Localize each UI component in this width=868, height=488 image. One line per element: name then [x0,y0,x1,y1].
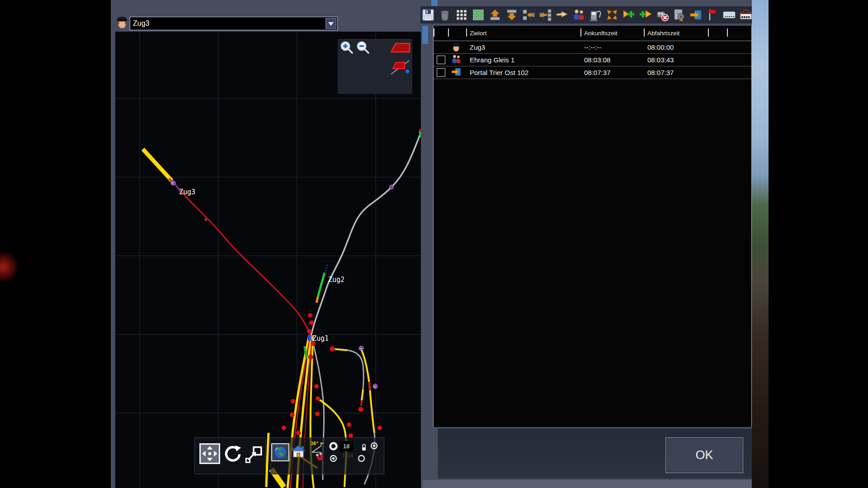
train-selector-value: Zug3 [130,19,326,28]
fit-view-button[interactable] [244,445,263,464]
ok-button-label: OK [695,448,713,462]
track-map[interactable]: P [115,32,421,488]
pointing-hand-icon[interactable] [555,8,569,22]
grid-view-icon[interactable] [455,8,468,22]
radio-option-a[interactable] [329,441,338,451]
insert-right-icon[interactable] [538,8,552,22]
cell-abfahrtszeit: 08:03:43 [644,56,708,64]
background-signal-glow [0,251,19,283]
passengers-icon [451,54,462,65]
header-ankunftszeit[interactable]: Ankunftszeit [580,26,644,41]
svg-text:n: n [374,385,376,389]
pan-mode-button[interactable] [199,443,220,464]
refuel-icon[interactable] [589,8,602,22]
train-selector-dropdown[interactable]: Zug3 [130,17,338,30]
flag-icon[interactable] [706,8,719,22]
cell-abfahrtszeit: 08:07:37 [644,69,708,76]
main-toolbar [420,6,752,23]
cell-zielort: Portal Trier Ost 102 [466,69,580,76]
train-symbol-icon[interactable] [389,40,411,55]
portal-arrow-icon [451,66,462,77]
cell-zielort: Zug3 [466,43,580,51]
zoom-value-box[interactable]: 18 [340,441,353,451]
ok-button[interactable]: OK [665,437,743,473]
lock-icon[interactable] [359,442,369,453]
screen: Zug3 [0,0,868,488]
passengers-icon[interactable] [572,8,585,22]
window-accent-top [431,0,438,6]
collapse-arrows-icon[interactable] [605,8,619,22]
driver-avatar-icon [116,14,128,29]
cell-ankunftszeit: 08:03:08 [580,56,644,64]
save-icon[interactable] [421,8,435,22]
portal-icon[interactable] [689,8,703,22]
window-bottom-edge [423,480,764,488]
cell-abfahrtszeit: 08:00:00 [644,43,708,51]
shift-right-icon[interactable] [522,8,535,22]
train-path-symbol-icon[interactable] [389,56,411,76]
radio-option-d[interactable] [357,454,366,463]
scene-background-strip [752,0,769,488]
dropdown-arrow-button[interactable] [326,18,336,29]
map-label-zug1: Zug1 [312,334,329,343]
header-abfahrtszeit[interactable]: Abfahrtszeit [644,26,708,41]
map-label-zug3: Zug3 [179,188,195,196]
chevron-down-icon [328,22,334,28]
header-type [448,26,466,41]
home-view-button[interactable] [290,444,307,460]
import-down-icon[interactable] [505,8,519,22]
cell-ankunftszeit: 08:07:37 [580,69,644,76]
remove-train-icon[interactable] [656,8,669,22]
driver-avatar-icon [451,41,462,52]
cell-ankunftszeit: --:--:-- [580,43,644,51]
table-row[interactable]: Ehrang Gleis 1 08:03:08 08:03:43 [434,54,751,66]
map-label-zug2: Zug2 [328,276,344,284]
map-tools-panel [338,39,412,94]
zoom-out-icon[interactable] [355,40,371,56]
svg-text:n: n [360,347,362,351]
train-zug3[interactable] [143,149,172,181]
route-zug3 [175,183,310,335]
export-up-icon[interactable] [488,8,502,22]
delete-trash-icon[interactable] [438,8,452,22]
table-row[interactable]: Portal Trier Ost 102 08:07:37 08:07:37 [434,66,751,79]
add-train-after-icon[interactable] [639,8,652,22]
table-row[interactable]: Zug3 --:--:-- 08:00:00 [434,41,751,54]
add-train-before-icon[interactable] [622,8,636,22]
header-select [434,26,448,41]
svg-text:P: P [172,182,174,185]
document-settings-icon[interactable] [672,8,686,22]
panel-divider-accent [422,26,428,44]
zoom-in-icon[interactable] [339,40,354,56]
timetable: Zielort Ankunftszeit Abfahrtszeit Zug3 -… [433,26,752,427]
svg-text:30°: 30° [311,441,319,446]
header-zielort[interactable]: Zielort [466,26,580,41]
grid-view-active-icon[interactable] [472,8,485,22]
station-building-icon[interactable] [739,8,753,22]
route-zug2 [311,134,420,338]
timetable-header: Zielort Ankunftszeit Abfahrtszeit [434,26,751,41]
rotate-view-button[interactable] [223,444,242,463]
cell-zielort: Ehrang Gleis 1 [466,56,580,64]
radio-option-c[interactable] [329,454,338,463]
row-checkbox[interactable] [437,68,445,77]
row-checkbox[interactable] [437,56,445,64]
keyboard-panel-icon[interactable] [722,8,736,22]
header-extra-1 [708,26,727,41]
header-extra-2 [727,26,751,41]
radio-option-b[interactable] [370,441,378,450]
globe-view-button[interactable] [271,443,289,461]
